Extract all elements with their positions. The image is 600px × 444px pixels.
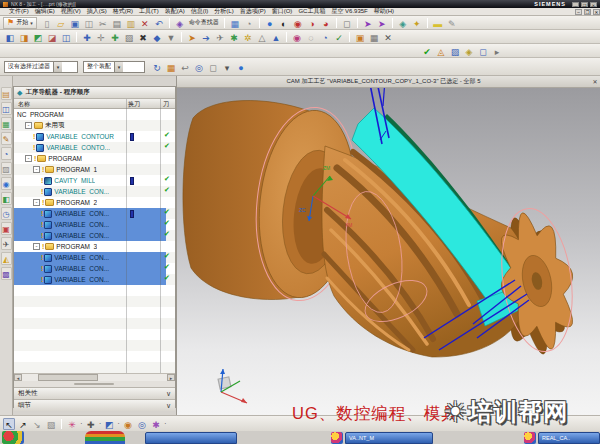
scope-select[interactable]: 整个装配 ▾ [83,61,145,73]
pinwheel-icon[interactable]: ✳ [66,418,78,430]
tree-row[interactable]: !VARIABLE_CON...✔ [14,263,175,274]
sphere-icon[interactable]: ● [264,17,276,29]
tree-row[interactable]: !VARIABLE_CON...✔ [14,230,175,241]
arrow-purple-icon[interactable]: ➤ [362,17,374,29]
post-icon[interactable]: ✲ [242,31,254,43]
diamond-icon[interactable]: ◈ [463,45,475,57]
check-icon[interactable]: ✓ [333,31,345,43]
window-control-icon[interactable]: ❐ [581,2,588,7]
shade-icon[interactable]: ◐ [278,17,290,29]
navigator-column-header[interactable]: 名称 换刀 刀 [14,99,175,109]
delete-icon[interactable]: ✕ [139,17,151,29]
person-icon[interactable]: ◉ [122,418,134,430]
tree-row[interactable]: !VARIABLE_CON...✔ [14,219,175,230]
3d-viewport[interactable]: ZM ZC XM [177,88,600,415]
save-icon[interactable]: ▣ [69,17,81,29]
column-name[interactable]: 名称 [18,100,30,109]
more-icon[interactable]: ▸ [491,45,503,57]
cut-icon[interactable]: ✂ [97,17,109,29]
plane-snap-icon[interactable]: ◩ [103,418,115,430]
print-icon[interactable]: ◫ [83,17,95,29]
web-icon[interactable]: ▨ [1,162,12,175]
child-window-controls[interactable]: –❐✕ [575,9,600,15]
tree-row[interactable]: NC_PROGRAM [14,109,175,120]
list-icon[interactable]: △ [256,31,268,43]
menu-item-7[interactable]: 信息(I) [188,7,212,16]
open-icon[interactable]: ▱ [55,17,67,29]
panel-drag-handle[interactable] [14,381,175,387]
shop-doc-icon[interactable]: ▲ [270,31,282,43]
back-icon[interactable]: ↩ [179,61,191,73]
paste-op-icon[interactable]: ▨ [123,31,135,43]
taskbar-art-icon[interactable] [2,431,24,444]
plane-icon[interactable]: ✈ [1,237,12,250]
constraint-nav-icon[interactable]: ◫ [1,102,12,115]
window-control-icon[interactable]: ❐ [584,9,591,15]
select-dd-icon[interactable]: ▾ [221,61,233,73]
reuse-icon[interactable]: ✎ [1,132,12,145]
tree-row[interactable]: -!PROGRAM_1 [14,164,175,175]
tilt-icon[interactable]: ◬ [435,45,447,57]
display-red2-icon[interactable]: ◑ [306,17,318,29]
verify-icon[interactable]: ✈ [214,31,226,43]
window-control-icon[interactable]: – [572,2,579,7]
tree-row[interactable]: !VARIABLE_CON...✔ [14,252,175,263]
spark-icon[interactable]: ✦ [411,17,423,29]
clock-icon[interactable]: ◔ [243,17,255,29]
close-icon[interactable]: ✕ [590,78,600,85]
progress-icon[interactable]: ◔ [319,31,331,43]
minimized-window-tile-0[interactable] [145,432,237,444]
navigator-header[interactable]: ◆ 工序导航器 - 程序顺序 [14,87,175,99]
scrollbar-thumb[interactable] [38,374,98,381]
section-dependencies[interactable]: 相关性 ∨ [14,387,175,399]
minimized-window-icon[interactable] [524,432,536,444]
tree-row[interactable]: -!PROGRAM_3 [14,241,175,252]
note-icon[interactable]: ▬ [432,17,444,29]
new-file-icon[interactable]: ▯ [41,17,53,29]
tree-row[interactable]: !CAVITY_MILL✔ [14,175,175,186]
palette-icon[interactable]: ▩ [1,267,12,280]
gem-icon[interactable]: ◈ [397,17,409,29]
object-icon[interactable]: ◆ [151,31,163,43]
geom-create-icon[interactable]: ◩ [32,31,44,43]
menu-item-3[interactable]: 插入(S) [84,7,110,16]
tree-row[interactable]: !VARIABLE_CON...✔ [14,208,175,219]
tree-expander-icon[interactable]: - [25,122,32,129]
pencil-icon[interactable]: ✎ [446,17,458,29]
process-icon[interactable]: ◧ [1,192,12,205]
tree-row[interactable]: -!PROGRAM [14,153,175,164]
close-tool-icon[interactable]: ✕ [382,31,394,43]
layout-icon[interactable]: ◻ [341,17,353,29]
type-filter-select[interactable]: 没有选择过滤器 ▾ [4,61,78,73]
display-red3-icon[interactable]: ◕ [320,17,332,29]
tree-row[interactable]: !VARIABLE_CON...✔ [14,186,175,197]
cut-op-icon[interactable]: ✛ [95,31,107,43]
menu-item-6[interactable]: 装配(A) [162,7,188,16]
undo-icon[interactable]: ↶ [153,17,165,29]
tree-row[interactable]: !VARIABLE_CONTOUR✔ [14,131,175,142]
swirl-icon[interactable]: ✱ [150,418,162,430]
globe-icon[interactable]: ● [235,61,247,73]
replay-icon[interactable]: ➔ [200,31,212,43]
machine-icon[interactable]: ◉ [291,31,303,43]
horizontal-scrollbar[interactable]: ◂ ▸ [14,373,175,381]
copy-op-icon[interactable]: ✚ [109,31,121,43]
roles-icon[interactable]: ▣ [1,222,12,235]
refresh-icon[interactable]: ↻ [151,61,163,73]
menu-item-13[interactable]: 帮助(H) [371,7,397,16]
circle-icon[interactable]: ◌ [305,31,317,43]
tree-expander-icon[interactable]: - [33,166,40,173]
menu-item-10[interactable]: 窗口(O) [269,7,296,16]
minimized-window-icon[interactable] [331,432,343,444]
tree-row[interactable]: -!PROGRAM_2 [14,197,175,208]
template-icon[interactable]: ◭ [1,252,12,265]
hatch-icon[interactable]: ▨ [449,45,461,57]
tree-expander-icon[interactable]: - [33,243,40,250]
clock2-icon[interactable]: ◷ [1,207,12,220]
tree-expander-icon[interactable]: - [33,199,40,206]
window-icon[interactable]: ▦ [229,17,241,29]
window-control-icon[interactable]: – [575,9,582,15]
column-toolchange[interactable]: 换刀 [128,100,140,109]
verify-check-icon[interactable]: ✔ [421,45,433,57]
window-control-icon[interactable]: ✕ [593,9,600,15]
